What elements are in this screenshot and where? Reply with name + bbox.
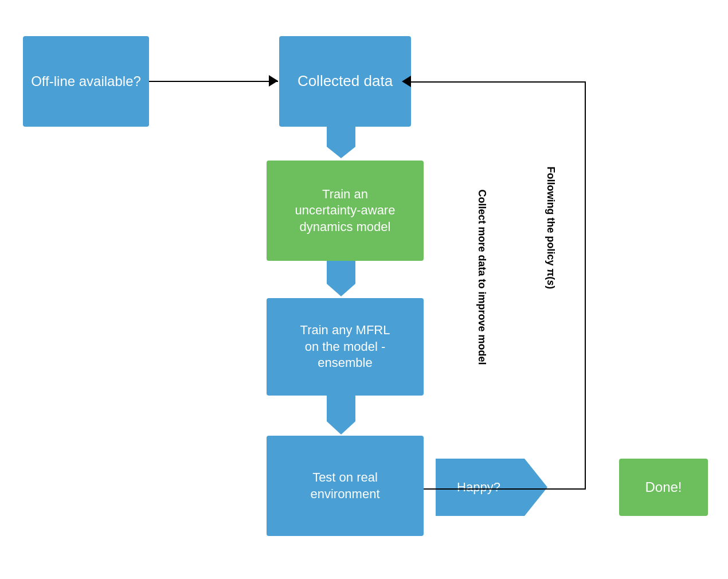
collect-more-label: Collect more data to improve model bbox=[476, 190, 488, 365]
feedback-bottom-horizontal bbox=[424, 488, 586, 490]
offline-to-collected-line bbox=[149, 81, 278, 82]
test-environment-box: Test on realenvironment bbox=[267, 436, 424, 536]
arrow-collected-to-uncertainty bbox=[327, 127, 355, 161]
arrow-uncertainty-to-mfrl bbox=[327, 261, 355, 298]
feedback-top-horizontal bbox=[411, 81, 586, 83]
done-box: Done! bbox=[619, 459, 708, 516]
happy-arrow-shape: Happy? bbox=[436, 459, 550, 516]
feedback-arrowhead-left bbox=[402, 76, 411, 87]
svg-text:Happy?: Happy? bbox=[457, 480, 500, 494]
collected-data-box: Collected data bbox=[279, 36, 411, 127]
diagram: Off-line available? Collected data Train… bbox=[0, 0, 728, 579]
arrow-mfrl-to-test bbox=[327, 396, 355, 436]
svg-marker-2 bbox=[327, 396, 355, 435]
svg-marker-0 bbox=[327, 127, 355, 158]
feedback-vertical-line bbox=[585, 81, 586, 488]
offline-to-collected-arrowhead bbox=[269, 75, 278, 87]
svg-marker-1 bbox=[327, 261, 355, 296]
train-mfrl-box: Train any MFRLon the model -ensemble bbox=[267, 298, 424, 396]
offline-available-box: Off-line available? bbox=[23, 36, 149, 127]
train-uncertainty-box: Train anuncertainty-awaredynamics model bbox=[267, 161, 424, 261]
following-policy-label: Following the policy π(s) bbox=[545, 167, 557, 290]
